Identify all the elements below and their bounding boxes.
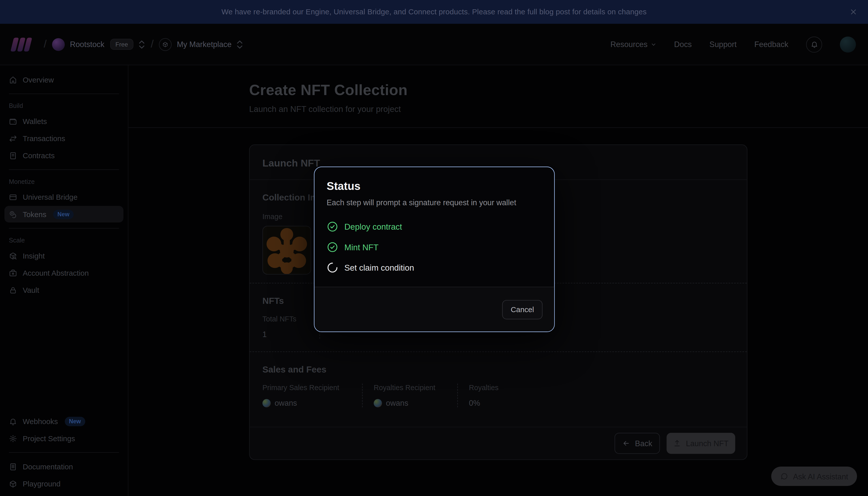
sidebar-item-vault[interactable]: Vault xyxy=(4,282,124,298)
breadcrumb-separator: / xyxy=(44,38,47,50)
top-nav: / Rootstock Free / My Marketplace Resour… xyxy=(0,24,868,65)
breadcrumb-separator: / xyxy=(151,38,154,50)
wallet-icon xyxy=(9,117,17,125)
divider xyxy=(9,169,119,170)
upload-icon xyxy=(673,439,681,447)
screen: We have re-branded our Engine, Universal… xyxy=(0,0,868,496)
chevron-down-icon xyxy=(650,41,656,47)
project-switcher-chevrons-icon[interactable] xyxy=(236,40,243,49)
royalties-label: Royalties xyxy=(469,384,499,392)
banner-text[interactable]: We have re-branded our Engine, Universal… xyxy=(221,8,647,16)
document-icon xyxy=(9,151,17,160)
nav-support[interactable]: Support xyxy=(710,40,737,48)
sidebar-item-account-abstraction[interactable]: Account Abstraction xyxy=(4,265,124,281)
spinner-icon xyxy=(327,262,338,274)
nav-feedback[interactable]: Feedback xyxy=(754,40,788,48)
close-icon[interactable] xyxy=(847,6,859,18)
launch-nft-button[interactable]: Launch NFT xyxy=(666,433,735,454)
user-avatar[interactable] xyxy=(840,36,856,52)
sidebar-item-wallets[interactable]: Wallets xyxy=(4,113,124,129)
royalties-recipient-value[interactable]: owans xyxy=(386,399,408,407)
divider xyxy=(9,94,119,94)
step-list: Deploy contract Mint NFT Set claim condi… xyxy=(327,221,542,274)
modal-subtitle: Each step will prompt a signature reques… xyxy=(327,198,542,207)
briefcase-icon xyxy=(9,269,17,277)
sidebar-item-webhooks[interactable]: Webhooks New xyxy=(4,413,124,430)
sales-fees-section: Sales and Fees Primary Sales Recipient o… xyxy=(250,352,747,427)
total-nfts-label: Total NFTs xyxy=(262,315,306,323)
nav-resources[interactable]: Resources xyxy=(610,40,656,48)
project-name[interactable]: My Marketplace xyxy=(177,40,231,48)
cube-icon xyxy=(9,480,17,488)
sidebar-group-label: Scale xyxy=(9,237,119,244)
new-badge: New xyxy=(64,417,85,426)
sidebar-item-overview[interactable]: Overview xyxy=(4,72,124,88)
arrow-left-icon xyxy=(622,439,630,447)
royalties-column: Royalties 0% xyxy=(458,384,512,407)
org-avatar[interactable] xyxy=(52,38,65,51)
card-title: Launch NFT xyxy=(262,158,320,169)
recipient-avatar xyxy=(374,399,382,407)
recipient-avatar xyxy=(262,399,271,407)
plan-badge: Free xyxy=(110,39,134,50)
modal-title: Status xyxy=(327,180,542,193)
royalties-recipient-column: Royalties Recipient owans xyxy=(362,384,457,407)
nav-docs[interactable]: Docs xyxy=(674,40,692,48)
app: We have re-branded our Engine, Universal… xyxy=(0,0,868,496)
coins-icon xyxy=(9,210,17,218)
check-circle-icon xyxy=(327,221,338,232)
gear-icon xyxy=(9,434,17,443)
ask-ai-assistant-button[interactable]: Ask AI Assistant xyxy=(771,467,857,486)
step-mint-nft: Mint NFT xyxy=(327,241,542,253)
sales-fees-heading: Sales and Fees xyxy=(262,365,734,375)
bell-icon xyxy=(810,41,818,48)
cancel-button[interactable]: Cancel xyxy=(502,300,543,319)
sidebar: Overview Build Wallets Transactions Cont… xyxy=(0,65,128,496)
book-icon xyxy=(9,463,17,471)
royalties-recipient-label: Royalties Recipient xyxy=(374,384,444,392)
total-nfts-value: 1 xyxy=(262,330,306,339)
sidebar-item-project-settings[interactable]: Project Settings xyxy=(4,430,124,447)
sidebar-item-playground[interactable]: Playground xyxy=(4,476,124,492)
notifications-button[interactable] xyxy=(806,36,822,52)
step-set-claim-condition: Set claim condition xyxy=(327,262,542,274)
page-header: Create NFT Collection Launch an NFT coll… xyxy=(128,65,868,128)
sidebar-group-label: Build xyxy=(9,103,119,109)
chat-bubble-icon xyxy=(780,472,789,480)
page-title: Create NFT Collection xyxy=(249,82,747,99)
royalties-value: 0% xyxy=(469,399,499,407)
org-switcher-chevrons-icon[interactable] xyxy=(138,40,145,49)
step-deploy-contract: Deploy contract xyxy=(327,221,542,232)
primary-sales-column: Primary Sales Recipient owans xyxy=(262,384,362,407)
new-badge: New xyxy=(53,210,74,219)
sidebar-item-contracts[interactable]: Contracts xyxy=(4,147,124,164)
sidebar-item-documentation[interactable]: Documentation xyxy=(4,458,124,475)
sidebar-item-insight[interactable]: Insight xyxy=(4,248,124,264)
divider xyxy=(9,452,119,453)
modal-footer: Cancel xyxy=(314,287,554,331)
bell-icon xyxy=(9,417,17,425)
page-subtitle: Launch an NFT collection for your projec… xyxy=(249,104,747,113)
back-button[interactable]: Back xyxy=(615,433,660,454)
announcement-banner: We have re-branded our Engine, Universal… xyxy=(0,0,868,24)
sidebar-group-label: Monetize xyxy=(9,178,119,185)
home-icon xyxy=(9,76,17,84)
sidebar-item-tokens[interactable]: Tokens New xyxy=(4,206,124,222)
arrows-left-right-icon xyxy=(9,134,17,143)
org-name[interactable]: Rootstock xyxy=(70,40,104,48)
total-nfts-column: Total NFTs 1 xyxy=(262,315,320,339)
divider xyxy=(9,228,119,229)
sidebar-footer: Webhooks New Project Settings Documentat… xyxy=(0,413,128,493)
check-circle-icon xyxy=(327,241,338,253)
card-footer: Back Launch NFT xyxy=(250,427,747,460)
project-cube-icon xyxy=(159,38,172,51)
sidebar-item-transactions[interactable]: Transactions xyxy=(4,130,124,146)
primary-sales-value[interactable]: owans xyxy=(275,399,297,407)
box-search-icon xyxy=(9,251,17,260)
sidebar-item-universal-bridge[interactable]: Universal Bridge xyxy=(4,189,124,205)
collection-image[interactable] xyxy=(262,226,311,275)
lock-icon xyxy=(9,286,17,294)
thirdweb-logo-icon[interactable] xyxy=(12,37,30,51)
credit-card-icon xyxy=(9,193,17,201)
primary-sales-label: Primary Sales Recipient xyxy=(262,384,349,392)
